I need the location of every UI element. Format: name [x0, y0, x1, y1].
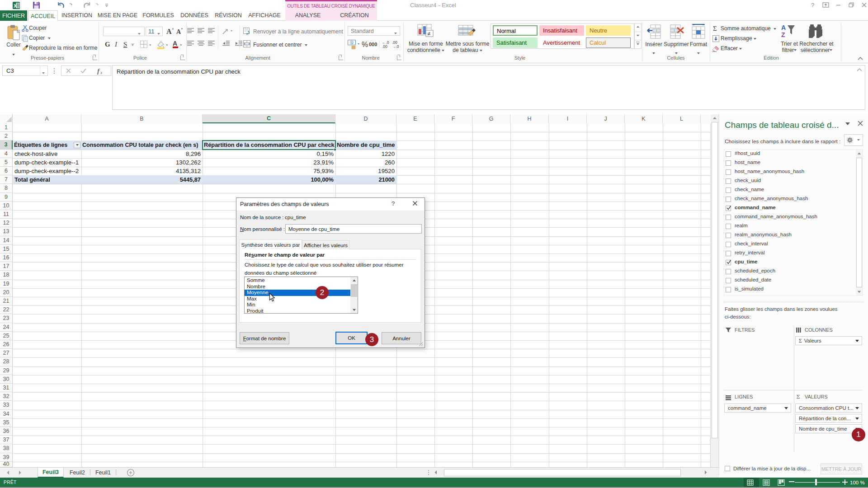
svg-text:000: 000	[369, 42, 377, 47]
svg-text:S: S	[351, 41, 353, 45]
svg-text:f: f	[97, 67, 100, 75]
svg-text:A: A	[173, 40, 177, 47]
svg-text:Z: Z	[781, 31, 785, 38]
svg-text:→.0: →.0	[392, 44, 399, 49]
svg-text:S: S	[123, 41, 127, 48]
svg-text:A: A	[176, 28, 181, 35]
svg-text:X: X	[14, 3, 17, 9]
svg-text:A: A	[781, 24, 786, 31]
svg-text:I: I	[114, 41, 118, 48]
svg-text:%: %	[362, 41, 368, 48]
svg-text:G: G	[105, 41, 110, 48]
svg-text:≠: ≠	[427, 30, 430, 37]
svg-text:?: ?	[811, 2, 814, 9]
svg-text:A: A	[166, 28, 172, 35]
svg-text:x: x	[100, 70, 103, 75]
svg-text:.00: .00	[382, 44, 387, 49]
